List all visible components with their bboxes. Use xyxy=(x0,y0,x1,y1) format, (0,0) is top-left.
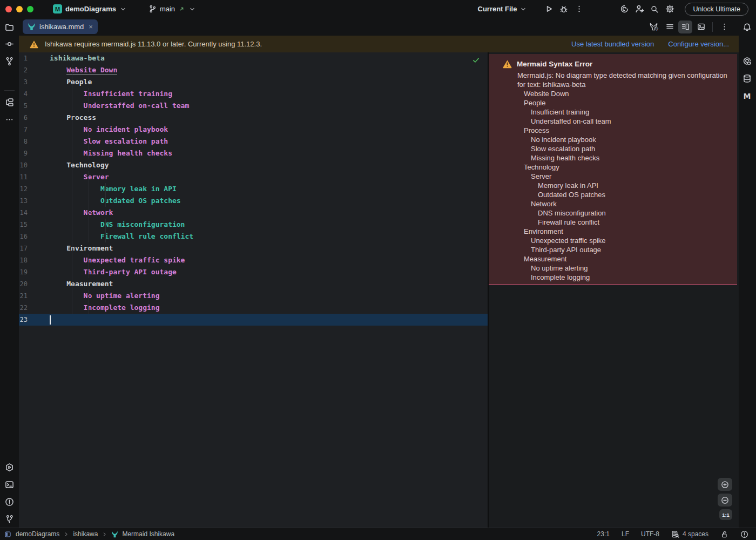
branch-name: main xyxy=(160,5,175,13)
editor-line[interactable]: 13 Outdated OS patches xyxy=(19,195,488,207)
editor-line[interactable]: 7 No incident playbook xyxy=(19,124,488,136)
editor-line[interactable]: 6 Process xyxy=(19,112,488,124)
unlock-ultimate-button[interactable]: Unlock Ultimate xyxy=(685,3,748,16)
run-button[interactable] xyxy=(541,2,556,16)
error-text-line: Unexpected traffic spike xyxy=(524,236,728,245)
code-with-me-button[interactable] xyxy=(632,2,647,16)
commit-tool-button[interactable] xyxy=(2,37,17,51)
code-text: Slow escalation path xyxy=(50,136,168,147)
show-editor-only-button[interactable] xyxy=(663,21,677,33)
editor-line[interactable]: 1 ishikawa-beta xyxy=(19,52,488,64)
editor-line[interactable]: 19 Third-party API outage xyxy=(19,266,488,278)
version-control-tool-button[interactable] xyxy=(2,512,17,526)
ai-assistant-tool-button[interactable] xyxy=(740,54,754,69)
breadcrumb-project[interactable]: demoDiagrams xyxy=(16,530,59,538)
error-text-line: Incomplete logging xyxy=(524,273,728,282)
zoom-out-button[interactable] xyxy=(718,494,732,507)
unlocked-padlock-icon[interactable] xyxy=(720,530,728,538)
editor-line[interactable]: 5 Understaffed on-call team xyxy=(19,100,488,112)
editor-line[interactable]: 10 Technology xyxy=(19,159,488,171)
more-tool-windows-button[interactable] xyxy=(2,112,17,127)
show-editor-and-preview-button[interactable] xyxy=(678,21,692,33)
code-text: Memory leak in API xyxy=(50,183,177,195)
search-icon xyxy=(650,5,659,14)
problems-tool-button[interactable] xyxy=(2,495,17,509)
bell-icon xyxy=(742,23,752,32)
editor-lines: 1 ishikawa-beta 2 Website Down 3 People … xyxy=(19,52,488,326)
show-preview-only-button[interactable] xyxy=(694,21,708,33)
structure-tool-button[interactable] xyxy=(2,95,17,110)
editor-line[interactable]: 23 xyxy=(19,314,488,326)
banner-message: Ishikawa requires mermaid.js 11.13.0 or … xyxy=(45,40,262,48)
editor-line[interactable]: 16 Firewall rule conflict xyxy=(19,231,488,242)
editor-line[interactable]: 3 People xyxy=(19,76,488,88)
zoom-reset-button[interactable]: 1:1 xyxy=(719,509,732,520)
editor-line[interactable]: 8 Slow escalation path xyxy=(19,136,488,147)
line-number: 9 xyxy=(19,147,28,159)
settings-button[interactable] xyxy=(662,2,677,16)
debug-button[interactable] xyxy=(556,2,571,16)
editor-line[interactable]: 17 Environment xyxy=(19,242,488,254)
editor-line[interactable]: 15 DNS misconfiguration xyxy=(19,219,488,231)
error-text-line: Process xyxy=(524,126,728,135)
configure-version-link[interactable]: Configure version... xyxy=(668,40,729,48)
inspections-ok-check-icon[interactable] xyxy=(472,56,480,64)
mermaid-help-button[interactable]: ? xyxy=(647,21,661,33)
branch-widget[interactable]: main xyxy=(144,3,200,15)
terminal-tool-button[interactable] xyxy=(2,477,17,492)
error-text-line: Measurement xyxy=(524,254,728,264)
mermaid-chart-tool-button[interactable]: M xyxy=(740,89,754,103)
line-separator-widget[interactable]: LF xyxy=(622,530,629,538)
pull-requests-tool-button[interactable] xyxy=(2,54,17,69)
mermaid-file-icon xyxy=(28,23,36,31)
code-editor[interactable]: 1 ishikawa-beta 2 Website Down 3 People … xyxy=(19,52,488,528)
incoming-changes-arrow-icon xyxy=(178,5,185,12)
code-text: People xyxy=(50,76,92,88)
tab-ishikawa-mmd[interactable]: ishikawa.mmd × xyxy=(23,19,98,34)
error-title-row: Mermaid Syntax Error xyxy=(503,58,728,69)
close-window-button[interactable] xyxy=(5,6,12,12)
encoding-widget[interactable]: UTF-8 xyxy=(641,530,659,538)
titlebar-actions: Current File Unlo xyxy=(474,2,756,16)
left-tool-rail xyxy=(0,18,19,528)
editor-line[interactable]: 12 Memory leak in API xyxy=(19,183,488,195)
more-actions-button[interactable] xyxy=(571,2,586,16)
editor-line[interactable]: 11 Server xyxy=(19,171,488,183)
tool-window-layout-icon[interactable] xyxy=(4,531,11,538)
services-tool-button[interactable] xyxy=(2,460,17,475)
editor-line[interactable]: 18 Unexpected traffic spike xyxy=(19,254,488,266)
indent-guide xyxy=(89,88,89,112)
indent-widget[interactable]: 4 spaces xyxy=(671,530,708,538)
use-latest-bundled-version-link[interactable]: Use latest bundled version xyxy=(571,40,654,48)
editor-line[interactable]: 20 Measurement xyxy=(19,278,488,290)
close-tab-icon[interactable]: × xyxy=(89,23,93,30)
notifications-button[interactable] xyxy=(740,20,754,35)
zoom-in-button[interactable] xyxy=(718,478,732,491)
code-text: Firewall rule conflict xyxy=(50,231,193,242)
project-widget[interactable]: M demoDiagrams xyxy=(49,3,131,15)
editor-line[interactable]: 2 Website Down xyxy=(19,64,488,76)
code-text: Insufficient training xyxy=(50,88,172,100)
breadcrumb-element[interactable]: Mermaid Ishikawa xyxy=(122,530,174,538)
error-text-line: Server xyxy=(524,172,728,181)
search-everywhere-button[interactable] xyxy=(647,2,662,16)
breadcrumb-file[interactable]: ishikawa xyxy=(73,530,98,538)
git-branch-icon xyxy=(5,515,14,524)
run-configuration-selector[interactable]: Current File xyxy=(474,3,532,15)
ai-assistant-button[interactable] xyxy=(617,2,632,16)
editor-line[interactable]: 22 Incomplete logging xyxy=(19,302,488,314)
error-message-line: for text: ishikawa-beta xyxy=(517,80,728,89)
editor-line[interactable]: 21 No uptime alerting xyxy=(19,290,488,302)
minimize-window-button[interactable] xyxy=(16,6,23,12)
database-tool-button[interactable] xyxy=(740,71,754,86)
error-indicator-icon[interactable] xyxy=(740,530,748,538)
error-text-line: Third-party API outage xyxy=(524,245,728,254)
project-tool-button[interactable] xyxy=(2,20,17,35)
line-number: 20 xyxy=(19,278,28,290)
editor-options-button[interactable] xyxy=(717,21,731,33)
editor-line[interactable]: 9 Missing health checks xyxy=(19,147,488,159)
editor-line[interactable]: 14 Network xyxy=(19,207,488,219)
maximize-window-button[interactable] xyxy=(27,6,33,12)
caret-position-widget[interactable]: 23:1 xyxy=(597,530,610,538)
editor-line[interactable]: 4 Insufficient training xyxy=(19,88,488,100)
